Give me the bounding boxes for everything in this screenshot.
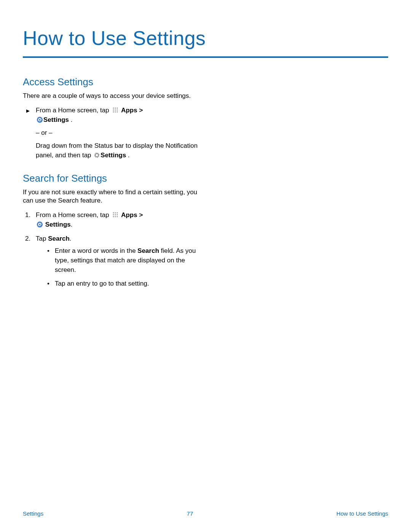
- step2-period: .: [70, 235, 72, 242]
- footer-left: Settings: [23, 510, 43, 517]
- svg-point-16: [113, 216, 114, 217]
- svg-point-1: [115, 108, 116, 109]
- drag-settings-label: Settings: [100, 152, 126, 159]
- svg-point-6: [113, 112, 114, 113]
- search-intro: If you are not sure exactly where to fin…: [23, 188, 202, 206]
- gear-icon: [37, 117, 43, 123]
- svg-point-9: [37, 117, 43, 122]
- step2-tap: Tap: [36, 235, 48, 242]
- footer-right: How to Use Settings: [336, 510, 388, 517]
- search-step-1: 1. From a Home screen, tap Apps > Settin…: [23, 211, 202, 229]
- step1-apps: Apps >: [121, 211, 143, 219]
- svg-point-7: [115, 112, 116, 113]
- page-footer: Settings 77 How to Use Settings: [23, 510, 388, 517]
- gear-icon: [37, 221, 43, 228]
- substep-2: • Tap an entry to go to that setting.: [47, 279, 202, 289]
- access-step-period: .: [69, 116, 72, 123]
- title-underline: [23, 56, 388, 58]
- settings-label: Settings: [43, 116, 69, 123]
- apps-grid-icon: [112, 107, 118, 113]
- bullet2: Tap an entry to go to that setting.: [55, 280, 149, 287]
- svg-point-8: [117, 112, 118, 113]
- apps-grid-icon: [112, 212, 118, 218]
- drag-instruction: Drag down from the Status bar to display…: [23, 141, 202, 160]
- section-access-heading: Access Settings: [23, 76, 202, 88]
- svg-point-0: [113, 108, 114, 109]
- content-column: Access Settings There are a couple of wa…: [23, 76, 202, 289]
- bullet-dot-icon: •: [47, 246, 49, 256]
- access-intro: There are a couple of ways to access you…: [23, 92, 202, 101]
- list-marker-1: 1.: [25, 211, 30, 220]
- access-step: ► From a Home screen, tap Apps > Setting…: [23, 106, 202, 125]
- step1-prefix: From a Home screen, tap: [36, 211, 111, 219]
- page-title: How to Use Settings: [23, 27, 388, 50]
- step2-search: Search: [48, 235, 70, 242]
- bullet1b: Search: [137, 247, 159, 254]
- svg-point-14: [115, 214, 116, 216]
- step1-period: .: [71, 221, 73, 228]
- list-marker-2: 2.: [25, 234, 30, 244]
- drag-text-b: .: [126, 152, 129, 159]
- play-icon: ►: [25, 107, 31, 115]
- svg-point-5: [117, 110, 118, 111]
- search-substeps: • Enter a word or words in the Search fi…: [36, 246, 202, 289]
- svg-point-19: [37, 222, 43, 227]
- search-steps: 1. From a Home screen, tap Apps > Settin…: [23, 211, 202, 288]
- bullet-dot-icon: •: [47, 279, 49, 289]
- svg-point-13: [113, 214, 114, 216]
- apps-label: Apps >: [121, 107, 143, 114]
- svg-point-2: [117, 108, 118, 109]
- svg-point-12: [117, 212, 118, 214]
- svg-point-10: [113, 212, 114, 214]
- footer-page-number: 77: [187, 510, 193, 517]
- step1-settings: Settings: [43, 221, 71, 228]
- svg-point-11: [115, 212, 116, 214]
- svg-point-15: [117, 214, 118, 216]
- access-step-prefix: From a Home screen, tap: [36, 107, 111, 114]
- section-search-heading: Search for Settings: [23, 173, 202, 184]
- svg-point-17: [115, 216, 116, 217]
- search-step-2: 2. Tap Search. • Enter a word or words i…: [23, 234, 202, 289]
- substep-1: • Enter a word or words in the Search fi…: [47, 246, 202, 275]
- svg-point-18: [117, 216, 118, 217]
- svg-point-3: [113, 110, 114, 111]
- gear-plain-icon: [94, 152, 100, 158]
- svg-point-4: [115, 110, 116, 111]
- bullet1a: Enter a word or words in the: [55, 247, 137, 254]
- or-separator: – or –: [23, 129, 202, 137]
